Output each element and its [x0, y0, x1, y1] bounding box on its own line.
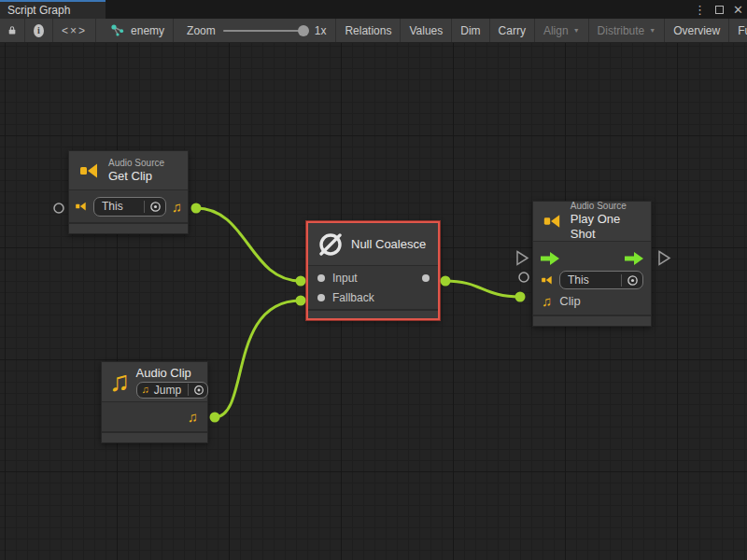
wire-audioclip-to-fallback[interactable] — [215, 301, 301, 417]
target-field[interactable]: This — [559, 271, 643, 289]
values-button[interactable]: Values — [401, 19, 452, 42]
align-label: Align — [543, 24, 569, 37]
control-flow-out-arrow-icon[interactable] — [625, 252, 643, 265]
graph-name: enemy — [131, 24, 164, 37]
tab-bar: Script Graph ⋮ ✕ — [0, 0, 747, 19]
values-label: Values — [409, 24, 443, 37]
port-row-this: This — [533, 270, 651, 290]
connected-port-dot[interactable] — [515, 292, 526, 302]
music-note-icon: ♫ — [188, 410, 198, 424]
carry-label: Carry — [499, 24, 526, 37]
zoom-value: 1x — [315, 24, 327, 37]
node-null-coalesce-header[interactable]: Null Coalesce — [308, 223, 438, 266]
input-port-dot[interactable] — [317, 274, 325, 282]
overview-button[interactable]: Overview — [665, 19, 729, 42]
connected-port-dot[interactable] — [441, 276, 451, 287]
audio-source-icon — [541, 273, 554, 287]
full-screen-button[interactable]: Full Screen — [729, 19, 747, 42]
tab-title: Script Graph — [7, 4, 70, 17]
music-note-icon: ♫ — [172, 200, 182, 214]
maximize-icon[interactable] — [715, 6, 724, 14]
target-picker-icon[interactable] — [627, 274, 639, 287]
node-audio-clip[interactable]: ♫ Audio Clip ♫ Jump ♫ — [101, 361, 208, 443]
zoom-control: Zoom 1x — [174, 19, 336, 42]
graph-breadcrumb[interactable]: enemy — [96, 19, 174, 42]
target-picker-icon[interactable] — [193, 385, 204, 396]
code-icon: <×> — [62, 24, 87, 37]
port-row-input[interactable]: Input — [308, 268, 438, 287]
distribute-button[interactable]: Distribute ▼ — [589, 19, 666, 42]
caret-down-icon: ▼ — [573, 27, 580, 34]
connected-port-dot[interactable] — [296, 276, 306, 287]
control-flow-in-arrow-icon[interactable] — [541, 252, 559, 265]
unconnected-value-port[interactable] — [519, 273, 529, 282]
port-row-fallback[interactable]: Fallback — [308, 287, 438, 307]
node-audio-clip-footer — [102, 431, 207, 442]
fallback-port-dot[interactable] — [317, 294, 325, 301]
window-menu-icon[interactable]: ⋮ — [694, 4, 706, 16]
port-row-clip[interactable]: ♫ Clip — [533, 290, 651, 311]
audio-source-icon — [543, 210, 563, 232]
connected-port-dot[interactable] — [191, 203, 202, 214]
relations-button[interactable]: Relations — [336, 19, 401, 42]
info-icon: i — [34, 24, 44, 37]
node-audio-clip-header[interactable]: ♫ Audio Clip ♫ Jump — [102, 362, 207, 402]
inspector-button[interactable]: i — [25, 19, 53, 42]
close-icon[interactable]: ✕ — [733, 3, 743, 17]
node-category: Audio Source — [108, 158, 164, 169]
connected-port-dot[interactable] — [210, 413, 220, 423]
music-note-icon: ♫ — [542, 294, 552, 308]
node-get-clip-body: This ♫ — [69, 190, 188, 222]
full-screen-label: Full Screen — [738, 24, 747, 37]
connected-port-dot[interactable] — [296, 296, 306, 306]
target-value: This — [568, 273, 614, 287]
audio-source-icon — [78, 160, 101, 182]
audio-clip-field[interactable]: ♫ Jump — [136, 382, 209, 399]
align-button[interactable]: Align ▼ — [535, 19, 589, 42]
audio-clip-value: Jump — [154, 384, 181, 397]
unconnected-value-port[interactable] — [54, 203, 63, 213]
carry-button[interactable]: Carry — [490, 19, 535, 42]
node-get-clip-header[interactable]: Audio Source Get Clip — [69, 151, 188, 190]
window-controls: ⋮ ✕ — [694, 0, 743, 19]
distribute-label: Distribute — [598, 24, 645, 37]
node-null-coalesce-body: Input Fallback — [308, 266, 438, 309]
input-port-label: Input — [332, 272, 358, 285]
overview-label: Overview — [673, 24, 720, 37]
dim-label: Dim — [460, 24, 480, 37]
zoom-slider-handle[interactable] — [298, 25, 309, 36]
node-play-one-shot-footer — [533, 315, 651, 326]
graph-canvas[interactable]: Audio Source Get Clip This — [0, 43, 747, 560]
target-picker-icon[interactable] — [149, 201, 162, 213]
unconnected-control-out-port[interactable] — [659, 252, 669, 265]
clip-port-label: Clip — [559, 294, 580, 308]
node-title: Get Clip — [108, 169, 164, 184]
caret-down-icon: ▼ — [649, 27, 655, 34]
node-null-coalesce-footer — [308, 309, 438, 318]
code-view-button[interactable]: <×> — [53, 19, 96, 42]
relations-label: Relations — [345, 24, 391, 37]
node-play-one-shot[interactable]: Audio Source Play One Shot — [532, 201, 652, 327]
dim-button[interactable]: Dim — [452, 19, 489, 42]
node-get-clip[interactable]: Audio Source Get Clip This — [68, 150, 189, 234]
node-category: Audio Source — [571, 201, 641, 212]
lock-icon — [8, 24, 16, 36]
zoom-slider[interactable] — [223, 30, 307, 32]
node-null-coalesce[interactable]: Null Coalesce Input Fallback — [306, 221, 440, 320]
output-port-dot[interactable] — [422, 274, 430, 282]
lock-button[interactable] — [0, 19, 25, 42]
null-coalesce-icon — [317, 231, 344, 258]
tab-script-graph[interactable]: Script Graph — [0, 0, 106, 19]
node-title: Audio Clip — [136, 366, 209, 381]
script-graph-window: Script Graph ⋮ ✕ i <×> — [0, 0, 747, 560]
node-play-one-shot-body: This ♫ Clip — [533, 242, 651, 315]
wire-getclip-to-input[interactable] — [196, 208, 301, 281]
unconnected-control-in-port[interactable] — [517, 252, 528, 265]
target-field[interactable]: This — [93, 197, 166, 217]
wire-output-to-clip[interactable] — [445, 281, 520, 297]
control-flow-row[interactable] — [533, 247, 651, 270]
node-title: Null Coalesce — [351, 237, 426, 252]
audio-source-icon — [75, 200, 88, 213]
fallback-port-label: Fallback — [332, 291, 374, 304]
node-play-one-shot-header[interactable]: Audio Source Play One Shot — [533, 202, 651, 242]
